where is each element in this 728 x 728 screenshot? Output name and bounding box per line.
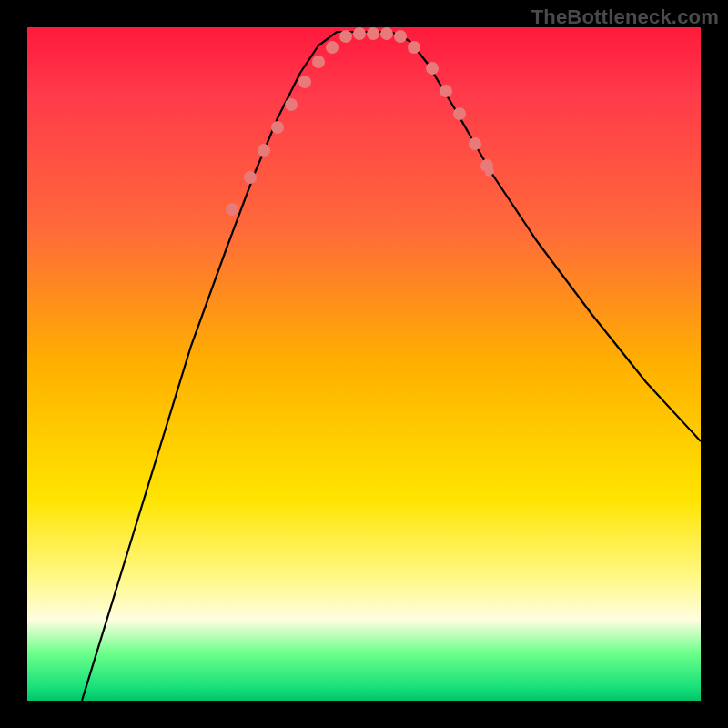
data-point [481, 160, 489, 167]
data-point [298, 76, 311, 88]
data-point [440, 85, 452, 97]
data-point [339, 30, 352, 43]
lines-layer [82, 32, 701, 701]
data-point [285, 98, 298, 111]
data-point [244, 171, 257, 184]
data-point [258, 144, 270, 157]
data-point [312, 56, 325, 68]
watermark-text: TheBottleneck.com [531, 5, 719, 29]
data-point [426, 62, 439, 75]
data-point [408, 41, 420, 54]
data-point [485, 169, 492, 177]
data-point [271, 121, 284, 134]
data-point [380, 27, 393, 40]
data-point [326, 41, 339, 54]
data-point [394, 30, 407, 43]
data-point [226, 203, 238, 216]
data-point [469, 137, 481, 150]
markers-layer [226, 27, 494, 216]
chart-svg [27, 27, 701, 701]
data-point [367, 27, 379, 40]
data-point [353, 27, 366, 40]
bottleneck-curve [82, 32, 701, 701]
plot-area [27, 27, 701, 701]
chart-frame: TheBottleneck.com [0, 0, 728, 728]
data-point [453, 107, 466, 120]
